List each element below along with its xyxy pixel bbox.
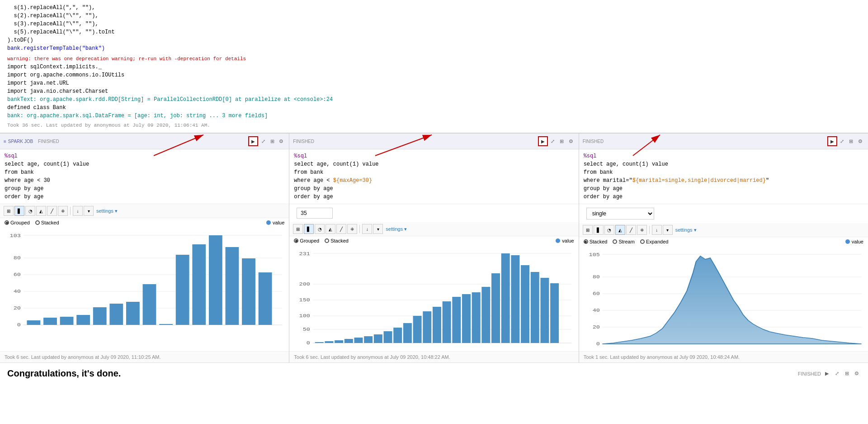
code-line: select age, count(1) value — [294, 160, 574, 168]
expanded-label-3: Expanded — [646, 239, 669, 244]
code-line: s(1).replaceAll(",", ""), — [7, 4, 861, 12]
grid-button-2[interactable]: ⊞ — [558, 137, 566, 145]
warning-line: warning: there was one deprecation warni… — [7, 55, 861, 63]
line-chart-btn-2[interactable]: ╱ — [336, 224, 346, 234]
took-text: Took 36 sec. Last updated by anonymous a… — [7, 122, 861, 129]
grouped-label-2: Grouped — [300, 238, 319, 243]
run-button-1[interactable]: ▶ — [248, 136, 258, 146]
svg-rect-24 — [226, 247, 239, 325]
run-button-3[interactable]: ▶ — [827, 136, 837, 146]
scatter-chart-btn-1[interactable]: ⁜ — [58, 206, 68, 216]
maximize-button-1[interactable]: ⤢ — [259, 137, 267, 145]
code-line: select age, count(1) value — [584, 160, 863, 168]
svg-rect-44 — [335, 340, 343, 343]
panel-3-buttons: ▶ ⤢ ⊞ ⚙ — [827, 136, 864, 146]
code-line: group by age — [5, 185, 284, 193]
svg-rect-49 — [384, 331, 392, 343]
settings-btn-2[interactable]: settings ▾ — [386, 226, 407, 232]
grouped-radio-1[interactable]: Grouped — [5, 220, 30, 225]
svg-rect-45 — [344, 339, 353, 343]
stream-radio-3[interactable]: Stream — [613, 239, 634, 244]
legend-dot — [845, 239, 850, 244]
pie-chart-btn-1[interactable]: ◔ — [25, 206, 35, 216]
bar-chart-btn-2[interactable]: ▋ — [304, 224, 314, 234]
gear-button-3[interactable]: ⚙ — [856, 137, 864, 145]
panels-row: ≡ SPARK JOB FINISHED ▶ ⤢ ⊞ ⚙ %sql select… — [0, 133, 868, 362]
code-line: %sql — [5, 152, 284, 160]
pie-chart-btn-2[interactable]: ◔ — [315, 224, 325, 234]
table-view-btn-2[interactable]: ⊞ — [293, 224, 303, 234]
settings-btn-1[interactable]: settings ▾ — [96, 208, 118, 214]
panel-3-footer: Took 1 sec. Last updated by anonymous at… — [579, 351, 868, 362]
download-btn-1[interactable]: ↓ — [73, 206, 83, 216]
svg-rect-19 — [143, 284, 156, 325]
code-line: where marital="${marital=single,single|d… — [584, 176, 863, 185]
code-line: s(3).replaceAll("\"", ""), — [7, 20, 861, 28]
area-chart-svg-3: 0 20 40 60 80 105 — [583, 248, 864, 348]
svg-rect-57 — [462, 294, 471, 343]
run-bottom-btn[interactable]: ▶ — [823, 370, 831, 378]
table-view-btn-3[interactable]: ⊞ — [583, 225, 593, 235]
separator — [359, 225, 360, 233]
gear-bottom-btn[interactable]: ⚙ — [853, 370, 861, 378]
bar-chart-btn-3[interactable]: ▋ — [594, 225, 604, 235]
panel-1-header: ≡ SPARK JOB FINISHED ▶ ⤢ ⊞ ⚙ — [0, 133, 289, 149]
max-age-input[interactable] — [297, 208, 333, 219]
panel-2-chart: 0 50 100 150 200 231 — [289, 245, 578, 351]
code-line: from bank — [294, 168, 574, 176]
legend-text-2: value — [562, 238, 574, 243]
panel-2-buttons: ▶ ⤢ ⊞ ⚙ — [538, 136, 575, 146]
code-line: %sql — [584, 152, 863, 160]
area-chart-btn-2[interactable]: ◭ — [326, 224, 335, 234]
stacked-label-2: Stacked — [330, 238, 349, 243]
dropdown-btn-2[interactable]: ▾ — [373, 224, 383, 234]
scatter-chart-btn-2[interactable]: ⁜ — [347, 224, 357, 234]
legend-text-1: value — [273, 220, 284, 225]
stacked-radio-2[interactable]: Stacked — [325, 238, 349, 243]
svg-rect-53 — [423, 311, 432, 343]
scatter-chart-btn-3[interactable]: ⁜ — [637, 225, 647, 235]
svg-text:0: 0 — [17, 323, 21, 328]
svg-text:50: 50 — [303, 327, 310, 333]
line-chart-btn-1[interactable]: ╱ — [47, 206, 57, 216]
code-line: where age < 30 — [5, 176, 284, 185]
panel-2-input-area — [289, 204, 578, 222]
dropdown-btn-1[interactable]: ▾ — [84, 206, 94, 216]
grid-button-3[interactable]: ⊞ — [847, 137, 855, 145]
panel-3-select-area: single divorced married — [579, 204, 868, 223]
maximize-button-2[interactable]: ⤢ — [549, 137, 557, 145]
radio-dot — [613, 239, 617, 244]
grouped-radio-2[interactable]: Grouped — [294, 238, 319, 243]
svg-rect-13 — [43, 318, 57, 325]
svg-text:40: 40 — [592, 308, 599, 314]
table-view-btn-1[interactable]: ⊞ — [4, 206, 14, 216]
gear-button-2[interactable]: ⚙ — [567, 137, 575, 145]
code-line: group by age — [294, 185, 574, 193]
pie-chart-btn-3[interactable]: ◔ — [604, 225, 614, 235]
area-chart-btn-3[interactable]: ◭ — [615, 225, 625, 235]
settings-btn-3[interactable]: settings ▾ — [675, 227, 697, 233]
radio-dot — [5, 220, 9, 225]
panel-2-code: %sql select age, count(1) value from ban… — [289, 149, 578, 204]
expanded-radio-3[interactable]: Expanded — [640, 239, 669, 244]
spark-job-text: SPARK JOB — [8, 139, 33, 144]
legend-dot — [556, 238, 560, 243]
marital-select[interactable]: single divorced married — [586, 208, 654, 219]
svg-rect-21 — [176, 255, 189, 325]
maximize-button-3[interactable]: ⤢ — [838, 137, 846, 145]
stacked-radio-3[interactable]: Stacked — [584, 239, 608, 244]
bar-chart-btn-1[interactable]: ▋ — [14, 206, 24, 216]
grid-bottom-btn[interactable]: ⊞ — [843, 370, 851, 378]
grid-button-1[interactable]: ⊞ — [268, 137, 276, 145]
gear-button-1[interactable]: ⚙ — [277, 137, 285, 145]
area-chart-btn-1[interactable]: ◭ — [36, 206, 46, 216]
download-btn-3[interactable]: ↓ — [652, 225, 662, 235]
run-button-2[interactable]: ▶ — [538, 136, 548, 146]
download-btn-2[interactable]: ↓ — [362, 224, 372, 234]
line-chart-btn-3[interactable]: ╱ — [626, 225, 636, 235]
stacked-radio-1[interactable]: Stacked — [35, 220, 59, 225]
dropdown-btn-3[interactable]: ▾ — [663, 225, 673, 235]
maximize-bottom-btn[interactable]: ⤢ — [833, 370, 841, 378]
svg-rect-61 — [501, 253, 510, 343]
finished-bottom: FINISHED ▶ ⤢ ⊞ ⚙ — [798, 370, 861, 378]
